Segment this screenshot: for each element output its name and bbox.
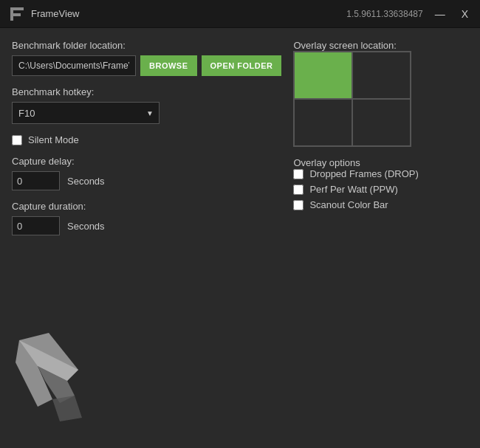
folder-input[interactable] xyxy=(12,55,136,76)
folder-row: BROWSE OPEN FOLDER xyxy=(12,55,281,76)
right-panel: Overlay screen location: Overlay options… xyxy=(293,40,468,436)
overlay-option-row-1: Perf Per Watt (PPW) xyxy=(293,184,468,195)
overlay-cell-bottom-right[interactable] xyxy=(352,99,411,146)
capture-delay-input[interactable] xyxy=(12,171,60,190)
overlay-option-checkbox-1[interactable] xyxy=(293,185,304,195)
overlay-location-label: Overlay screen location: xyxy=(293,40,396,51)
overlay-option-checkbox-0[interactable] xyxy=(293,169,304,179)
app-title: FrameView xyxy=(31,8,80,19)
folder-location-label: Benchmark folder location: xyxy=(12,40,281,51)
overlay-option-row-0: Dropped Frames (DROP) xyxy=(293,168,468,179)
overlay-options-label: Overlay options xyxy=(293,157,360,168)
capture-duration-label: Capture duration: xyxy=(12,201,281,212)
capture-duration-row: Seconds xyxy=(12,216,281,235)
capture-delay-row: Seconds xyxy=(12,171,281,190)
overlay-option-checkbox-2[interactable] xyxy=(293,200,304,210)
capture-duration-unit: Seconds xyxy=(67,221,105,232)
silent-mode-label[interactable]: Silent Mode xyxy=(28,134,79,145)
svg-marker-3 xyxy=(52,396,82,421)
folder-location-section: Benchmark folder location: BROWSE OPEN F… xyxy=(12,40,281,76)
window-controls: — X xyxy=(432,7,471,21)
title-bar: FrameView 1.5.9611.33638487 — X xyxy=(0,0,480,28)
overlay-location-section: Overlay screen location: xyxy=(293,40,468,147)
capture-duration-input[interactable] xyxy=(12,216,60,235)
hotkey-select-wrapper: F10 F9 F11 F12 xyxy=(12,102,160,124)
frameview-logo xyxy=(12,325,130,429)
close-button[interactable]: X xyxy=(459,7,471,21)
capture-duration-section: Capture duration: Seconds xyxy=(12,201,281,235)
silent-mode-checkbox[interactable] xyxy=(12,135,22,145)
overlay-options-section: Overlay options Dropped Frames (DROP) Pe… xyxy=(293,157,468,215)
title-bar-left: FrameView xyxy=(9,6,80,22)
overlay-cell-bottom-left[interactable] xyxy=(294,99,352,146)
overlay-grid xyxy=(293,51,411,147)
capture-delay-unit: Seconds xyxy=(67,176,105,187)
overlay-option-label-0[interactable]: Dropped Frames (DROP) xyxy=(309,168,418,179)
hotkey-label: Benchmark hotkey: xyxy=(12,86,281,97)
overlay-option-row-2: Scanout Color Bar xyxy=(293,199,468,210)
app-logo-icon xyxy=(9,6,25,22)
hotkey-section: Benchmark hotkey: F10 F9 F11 F12 xyxy=(12,86,281,124)
open-folder-button[interactable]: OPEN FOLDER xyxy=(202,55,282,76)
logo-area xyxy=(12,246,281,436)
main-content: Benchmark folder location: BROWSE OPEN F… xyxy=(0,28,480,448)
overlay-option-label-2[interactable]: Scanout Color Bar xyxy=(309,199,388,210)
app-version: 1.5.9611.33638487 xyxy=(346,9,422,19)
hotkey-select[interactable]: F10 F9 F11 F12 xyxy=(12,102,160,124)
minimize-button[interactable]: — xyxy=(432,7,448,21)
overlay-cell-top-right[interactable] xyxy=(352,52,411,99)
silent-mode-row: Silent Mode xyxy=(12,134,281,145)
capture-delay-section: Capture delay: Seconds xyxy=(12,156,281,190)
browse-button[interactable]: BROWSE xyxy=(140,55,197,76)
overlay-option-label-1[interactable]: Perf Per Watt (PPW) xyxy=(309,184,397,195)
title-bar-right: 1.5.9611.33638487 — X xyxy=(346,7,471,21)
overlay-cell-top-left[interactable] xyxy=(294,52,352,99)
capture-delay-label: Capture delay: xyxy=(12,156,281,167)
left-panel: Benchmark folder location: BROWSE OPEN F… xyxy=(12,40,281,436)
svg-marker-0 xyxy=(10,7,24,21)
